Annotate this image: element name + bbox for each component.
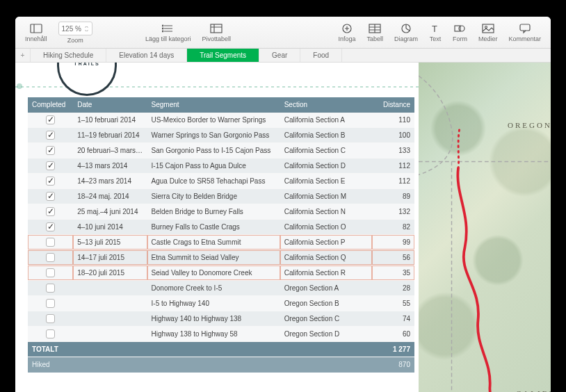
table-row[interactable]: 5–13 juli 2015Castle Crags to Etna Summi… [28,235,414,250]
section-cell[interactable]: California Section A [280,113,372,128]
table-row[interactable]: 1–10 februari 2014US-Mexico Border to Wa… [28,113,414,128]
date-cell[interactable]: 11–19 februari 2014 [73,128,147,143]
checkbox[interactable] [46,192,55,201]
date-cell[interactable] [73,327,147,342]
col-distance[interactable]: Distance [372,97,414,113]
completed-cell[interactable] [28,327,73,342]
distance-cell[interactable]: 56 [372,250,414,266]
sheet-tab[interactable]: Trail Segments [187,49,259,62]
distance-cell[interactable]: 132 [372,204,414,220]
checkbox[interactable] [46,115,55,124]
date-cell[interactable]: 1–10 februari 2014 [73,113,147,128]
table-row[interactable]: 14–23 mars 2014Agua Dulce to SR58 Tehach… [28,174,414,189]
checkbox[interactable] [46,284,55,293]
distance-cell[interactable]: 112 [372,158,414,174]
content-button[interactable]: Innehåll [19,17,53,48]
section-cell[interactable]: California Section P [280,235,372,250]
segment-cell[interactable]: Seiad Valley to Donomore Creek [147,266,280,281]
distance-cell[interactable]: 74 [372,311,414,327]
date-cell[interactable] [73,296,147,311]
section-cell[interactable]: California Section O [280,220,372,235]
distance-cell[interactable]: 28 [372,281,414,296]
completed-cell[interactable] [28,250,73,266]
segment-cell[interactable]: Warner Springs to San Gorgonio Pass [147,128,280,143]
completed-cell[interactable] [28,220,73,235]
checkbox[interactable] [46,131,55,140]
segment-cell[interactable]: Etna Summit to Seiad Valley [147,250,280,266]
col-segment[interactable]: Segment [147,97,280,113]
date-cell[interactable]: 14–23 mars 2014 [73,174,147,189]
section-cell[interactable]: Oregon Section B [280,296,372,311]
segment-cell[interactable]: I-15 Cajon Pass to Agua Dulce [147,158,280,174]
section-cell[interactable]: California Section B [280,128,372,143]
distance-cell[interactable]: 112 [372,174,414,189]
col-section[interactable]: Section [280,97,372,113]
date-cell[interactable] [73,281,147,296]
section-cell[interactable]: California Section R [280,266,372,281]
checkbox[interactable] [46,222,55,231]
completed-cell[interactable] [28,311,73,327]
distance-cell[interactable]: 133 [372,143,414,158]
checkbox[interactable] [46,161,55,170]
table-row[interactable]: 4–13 mars 2014I-15 Cajon Pass to Agua Du… [28,158,414,174]
checkbox[interactable] [46,177,55,186]
completed-cell[interactable] [28,143,73,158]
date-cell[interactable]: 4–10 juni 2014 [73,220,147,235]
chart-button[interactable]: Diagram [389,17,423,48]
media-button[interactable]: Medier [473,17,503,48]
segment-cell[interactable]: US-Mexico Border to Warner Springs [147,113,280,128]
section-cell[interactable]: California Section Q [280,250,372,266]
sheet-tab[interactable]: Food [300,49,342,62]
date-cell[interactable]: 18–24 maj. 2014 [73,189,147,204]
section-cell[interactable]: Oregon Section C [280,311,372,327]
date-cell[interactable]: 5–13 juli 2015 [73,235,147,250]
col-date[interactable]: Date [73,97,147,113]
add-sheet-button[interactable]: + [15,49,31,62]
section-cell[interactable]: California Section M [280,189,372,204]
segment-cell[interactable]: Burney Falls to Castle Crags [147,220,280,235]
sheet-tab[interactable]: Elevation 14 days [106,49,187,62]
section-cell[interactable]: Oregon Section A [280,281,372,296]
checkbox[interactable] [46,238,55,247]
date-cell[interactable]: 14–17 juli 2015 [73,250,147,266]
checkbox[interactable] [46,329,55,338]
segment-cell[interactable]: Belden Bridge to Burney Falls [147,204,280,220]
shape-button[interactable]: Form [447,17,473,48]
completed-cell[interactable] [28,204,73,220]
map-pane[interactable]: OREGONCALIFO [419,63,551,392]
checkbox[interactable] [46,314,55,323]
section-cell[interactable]: California Section E [280,174,372,189]
distance-cell[interactable]: 35 [372,266,414,281]
date-cell[interactable]: 25 maj.–4 juni 2014 [73,204,147,220]
table-row[interactable]: 11–19 februari 2014Warner Springs to San… [28,128,414,143]
table-row[interactable]: 14–17 juli 2015Etna Summit to Seiad Vall… [28,250,414,266]
distance-cell[interactable]: 89 [372,189,414,204]
segment-cell[interactable]: Donomore Creek to I-5 [147,281,280,296]
segment-cell[interactable]: Highway 140 to Highway 138 [147,311,280,327]
insert-button[interactable]: Infoga [332,17,361,48]
segment-cell[interactable]: Agua Dulce to SR58 Tehachapi Pass [147,174,280,189]
table-button[interactable]: Tabell [361,17,389,48]
zoom-control[interactable]: 125 % Zoom [53,17,98,48]
checkbox[interactable] [46,268,55,277]
checkbox[interactable] [46,299,55,308]
date-cell[interactable]: 18–20 juli 2015 [73,266,147,281]
completed-cell[interactable] [28,281,73,296]
sheet-tab[interactable]: Gear [259,49,300,62]
section-cell[interactable]: California Section C [280,143,372,158]
section-cell[interactable]: Oregon Section D [280,327,372,342]
segment-cell[interactable]: Castle Crags to Etna Summit [147,235,280,250]
checkbox[interactable] [46,253,55,262]
table-row[interactable]: 18–24 maj. 2014Sierra City to Belden Bri… [28,189,414,204]
comment-button[interactable]: Kommentar [503,17,547,48]
distance-cell[interactable]: 99 [372,235,414,250]
completed-cell[interactable] [28,128,73,143]
segment-cell[interactable]: San Gorgonio Pass to I-15 Cajon Pass [147,143,280,158]
completed-cell[interactable] [28,113,73,128]
date-cell[interactable]: 20 februari–3 mars 2014 [73,143,147,158]
table-row[interactable]: Highway 140 to Highway 138Oregon Section… [28,311,414,327]
completed-cell[interactable] [28,189,73,204]
completed-cell[interactable] [28,158,73,174]
checkbox[interactable] [46,146,55,155]
table-row[interactable]: Highway 138 to Highway 58Oregon Section … [28,327,414,342]
